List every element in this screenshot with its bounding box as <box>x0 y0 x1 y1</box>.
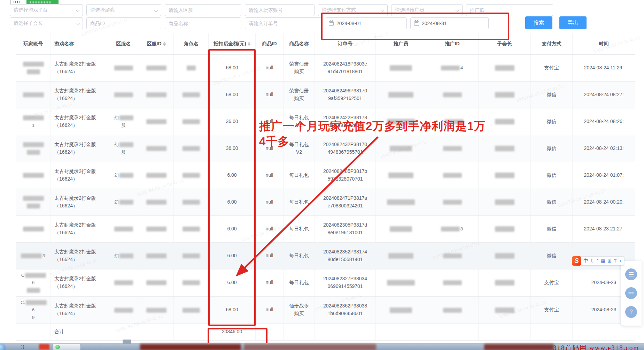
col-header-sub-president: 子会长 <box>479 33 531 54</box>
cell-game-name: 太古封魔录2打金版（16624） <box>51 215 108 242</box>
ime-toolbar[interactable]: S 中 ☾ ” ▦ ⊞ T + <box>572 256 624 266</box>
col-header-server-id[interactable]: 区服ID <box>139 33 174 54</box>
skin-icon[interactable]: T <box>614 258 616 264</box>
promoter-select[interactable]: 请选择推广员 <box>391 4 463 16</box>
taskbar-app-red[interactable] <box>39 344 49 350</box>
site-watermark: 318首码网 www.e318.com <box>553 343 639 350</box>
cell-payment-method: 微信 <box>531 135 573 162</box>
cell-sub-president <box>479 81 531 108</box>
product-name-input[interactable] <box>169 21 238 26</box>
cell-promoter-id <box>426 189 479 215</box>
col-header-amount[interactable]: 抵扣后金额(元) <box>209 33 256 54</box>
redacted-text <box>183 253 200 258</box>
chevron-down-icon <box>381 9 384 12</box>
sogou-logo-icon[interactable]: S <box>572 256 581 266</box>
redacted-text <box>119 115 133 120</box>
date-start-value: 2024-08-01 <box>336 21 362 26</box>
cell-server-name: 幻 <box>108 242 139 269</box>
cell-product-id: null <box>256 242 284 269</box>
cell-payment-method: 微信 <box>531 242 573 269</box>
window-resize-handle[interactable] <box>123 340 131 344</box>
table-row: 太古封魔录2打金版（16624）幻6.00null每日礼包2024082485P… <box>16 162 635 189</box>
payment-method-placeholder: 请选择支付方式 <box>322 7 356 13</box>
date-end-picker[interactable]: 2024-08-31 <box>410 17 489 29</box>
form-icon[interactable] <box>625 268 637 280</box>
cell-game-name: 太古封魔录2打金版（16624） <box>51 54 108 81</box>
redacted-text <box>183 308 200 313</box>
redacted-text <box>443 308 462 313</box>
cell-player-account <box>16 54 51 81</box>
promoter-id-input-wrap <box>466 4 553 16</box>
date-start-picker[interactable]: 2024-08-01 <box>325 17 407 29</box>
cell-product-id: null <box>256 162 284 189</box>
table-header-row: 玩家账号 游戏名称 区服名 区服ID 角色名 抵扣后金额(元) 商品ID 商品名… <box>16 33 635 54</box>
order-no-input[interactable] <box>249 21 318 26</box>
redacted-text <box>119 200 133 205</box>
sub-president-select[interactable]: 请选择子会长 <box>10 17 83 29</box>
total-label: 合计 <box>51 324 108 340</box>
cell-order-no: 2024082327P380340690914559701 <box>315 269 376 296</box>
help-icon[interactable]: ? <box>625 306 637 318</box>
game-platform-select[interactable]: 请选择游戏平台 <box>10 4 83 16</box>
order-no-input-wrap <box>245 17 321 29</box>
cell-time: 2024-08-24 02:13: <box>573 135 635 162</box>
redacted-text <box>146 146 166 151</box>
cell-amount: 6.00 <box>209 189 256 215</box>
cell-role-name <box>174 54 209 81</box>
sort-icon[interactable] <box>248 42 250 46</box>
payment-method-select[interactable]: 请选择支付方式 <box>318 4 388 16</box>
filter-row-2: 请选择子会长 2024-08-01 2024-08-31 <box>10 17 489 29</box>
moon-icon[interactable]: ☾ <box>590 258 595 264</box>
search-button[interactable]: 搜索 <box>525 16 552 29</box>
redacted-text <box>25 273 46 278</box>
taskbar-window-preview <box>484 344 554 350</box>
product-name-input-wrap <box>165 17 241 29</box>
cell-sub-president <box>479 215 531 242</box>
redacted-text <box>495 173 514 178</box>
toolbox-icon[interactable]: + <box>619 258 622 264</box>
redacted-text <box>146 119 166 124</box>
cell-payment-method: 支付宝 <box>531 54 573 81</box>
col-header-order-no: 订单号 <box>315 33 376 54</box>
cell-game-name: 太古封魔录2打金版（16624） <box>51 162 108 189</box>
cell-promoter-id: 8 <box>426 215 479 242</box>
promoter-id-input[interactable] <box>470 7 549 13</box>
calendar-icon <box>329 21 334 26</box>
player-account-input[interactable] <box>249 7 311 13</box>
taskbar-app-green[interactable] <box>52 344 81 350</box>
redacted-text <box>146 308 166 313</box>
cell-product-name: 仙册战令购买 <box>284 296 315 324</box>
punctuation-icon[interactable]: ” <box>597 258 598 264</box>
chat-icon[interactable]: ••• <box>625 287 637 299</box>
cell-order-no: 2024082496P381709af3592162501 <box>315 81 376 108</box>
redacted-text <box>26 300 47 305</box>
redacted-text <box>183 173 200 178</box>
start-button[interactable] <box>0 344 6 350</box>
player-account-input-wrap <box>245 4 315 16</box>
grid-icon[interactable]: ⊞ <box>607 258 611 264</box>
cell-promoter-id <box>426 269 479 296</box>
sort-icon[interactable] <box>163 42 166 46</box>
redacted-text <box>390 226 412 232</box>
server-input[interactable] <box>169 7 238 13</box>
redacted-text <box>441 227 460 231</box>
side-help-widget: ••• ? <box>621 261 642 326</box>
redacted-text <box>114 308 133 313</box>
redacted-text <box>183 227 200 231</box>
redacted-text <box>119 173 133 178</box>
cell-promoter <box>376 189 426 215</box>
table-row: 太古封魔录2打金版（16624）6.00null每日礼包2024082305P3… <box>16 215 635 242</box>
keyboard-icon[interactable]: ▦ <box>601 258 605 264</box>
promoter-placeholder: 请选择推广员 <box>395 7 424 13</box>
cell-product-name: 每日礼包 <box>284 162 315 189</box>
cell-time: 2024-08-24 08:26: <box>573 108 635 135</box>
game-select[interactable]: 请选择游戏 <box>86 4 161 16</box>
export-button[interactable]: 导出 <box>559 16 587 29</box>
cell-server-name <box>108 54 139 81</box>
cell-sub-president <box>479 135 531 162</box>
redacted-text <box>146 173 166 178</box>
cell-server-id <box>139 54 174 81</box>
cell-promoter <box>376 162 426 189</box>
chinese-mode-icon[interactable]: 中 <box>583 258 588 264</box>
cell-player-account <box>16 81 51 108</box>
